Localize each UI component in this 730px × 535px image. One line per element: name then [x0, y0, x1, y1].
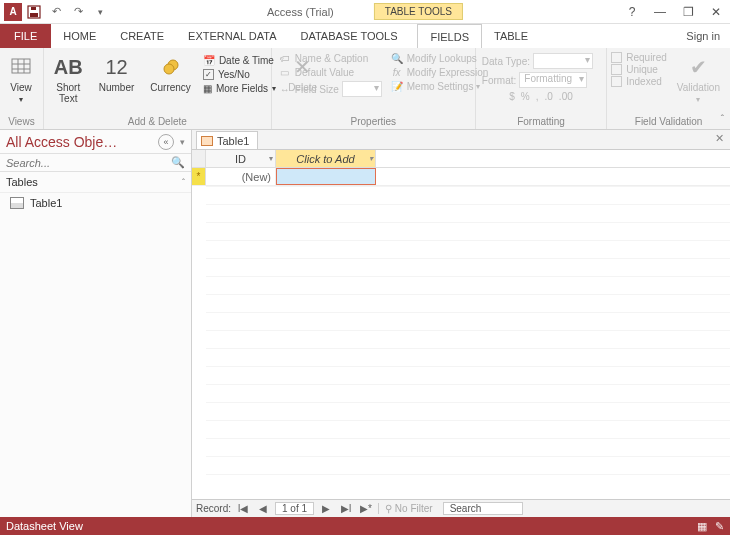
record-position[interactable]: 1 of 1	[275, 502, 314, 515]
group-field-validation-label: Field Validation	[611, 115, 726, 128]
undo-icon[interactable]: ↶	[46, 2, 66, 22]
column-dropdown-icon[interactable]: ▾	[269, 154, 273, 163]
number-format-buttons: $%,.0.00	[480, 90, 602, 103]
unique-label: Unique	[626, 64, 658, 75]
format-label: Format:	[482, 75, 516, 86]
yes-no-label: Yes/No	[218, 69, 250, 80]
short-text-button[interactable]: AB ShortText	[48, 50, 89, 106]
contextual-tab-label: TABLE TOOLS	[374, 3, 463, 20]
comma-format-icon[interactable]: ,	[536, 91, 539, 102]
decrease-decimal-icon[interactable]: .00	[559, 91, 573, 102]
data-type-label: Data Type:	[482, 56, 530, 67]
checkbox-icon: ✓	[203, 69, 214, 80]
close-document-icon[interactable]: ✕	[715, 132, 724, 145]
record-search-input[interactable]: Search	[443, 502, 523, 515]
field-size-button: ↔Field Size	[276, 80, 384, 98]
tab-external-data[interactable]: EXTERNAL DATA	[176, 24, 288, 48]
filter-indicator[interactable]: ⚲ No Filter	[378, 503, 439, 514]
tab-table[interactable]: TABLE	[482, 24, 540, 48]
calendar-icon: 📅	[203, 55, 215, 66]
cell-id-new[interactable]: (New)	[206, 168, 276, 185]
cell-new-field[interactable]	[276, 168, 376, 185]
name-caption-label: Name & Caption	[295, 53, 368, 64]
more-fields-label: More Fields	[216, 83, 268, 94]
currency-format-icon[interactable]: $	[509, 91, 515, 102]
more-fields-icon: ▦	[203, 83, 212, 94]
number-button[interactable]: 12 Number	[93, 50, 141, 95]
yes-no-button[interactable]: ✓Yes/No	[201, 68, 278, 81]
svg-rect-1	[30, 13, 38, 17]
minimize-icon[interactable]: —	[646, 1, 674, 23]
view-button[interactable]: View▾	[4, 50, 38, 107]
nav-pane-dropdown-icon[interactable]: ▾	[180, 137, 185, 147]
help-icon[interactable]: ?	[618, 1, 646, 23]
nav-pane-collapse-icon[interactable]: «	[158, 134, 174, 150]
restore-icon[interactable]: ❐	[674, 1, 702, 23]
memo-settings-label: Memo Settings	[407, 81, 474, 92]
new-row-indicator[interactable]: *	[192, 168, 206, 185]
search-icon[interactable]: 🔍	[171, 156, 185, 169]
svg-point-9	[164, 64, 174, 74]
svg-rect-3	[12, 59, 30, 73]
indexed-checkbox[interactable]: Indexed	[611, 76, 667, 87]
validation-icon: ✔	[690, 52, 707, 82]
column-header-id[interactable]: ID▾	[206, 150, 276, 167]
new-record-icon[interactable]: ▶*	[358, 503, 374, 514]
column-dropdown-icon[interactable]: ▾	[369, 154, 373, 163]
nav-search-input[interactable]	[6, 157, 171, 169]
design-view-icon[interactable]: ✎	[715, 520, 724, 533]
percent-format-icon[interactable]: %	[521, 91, 530, 102]
name-caption-button: 🏷Name & Caption	[276, 52, 384, 65]
nav-category-label: Tables	[6, 176, 38, 188]
tab-database-tools[interactable]: DATABASE TOOLS	[288, 24, 409, 48]
next-record-icon[interactable]: ▶	[318, 503, 334, 514]
group-formatting-label: Formatting	[480, 115, 602, 128]
memo-icon: 📝	[390, 81, 404, 92]
filter-label: No Filter	[395, 503, 433, 514]
currency-button[interactable]: Currency	[144, 50, 197, 95]
increase-decimal-icon[interactable]: .0	[545, 91, 553, 102]
more-fields-button[interactable]: ▦More Fields ▾	[201, 82, 278, 95]
column-header-add[interactable]: Click to Add▾	[276, 150, 376, 167]
checkbox-icon	[611, 76, 622, 87]
status-view-label: Datasheet View	[6, 520, 83, 532]
number-label: Number	[99, 82, 135, 93]
select-all-cell[interactable]	[192, 150, 206, 167]
close-icon[interactable]: ✕	[702, 1, 730, 23]
lookup-icon: 🔍	[390, 53, 404, 64]
checkbox-icon	[611, 52, 622, 63]
collapse-ribbon-icon[interactable]: ˆ	[721, 114, 724, 125]
sign-in-link[interactable]: Sign in	[676, 30, 730, 42]
save-icon[interactable]	[24, 2, 44, 22]
nav-item-table1[interactable]: Table1	[0, 193, 191, 213]
modify-lookups-label: Modify Lookups	[407, 53, 477, 64]
data-type-row: Data Type:	[480, 52, 602, 70]
group-views-label: Views	[4, 115, 39, 128]
format-select[interactable]: Formatting	[519, 72, 587, 88]
first-record-icon[interactable]: I◀	[235, 503, 251, 514]
validation-button: ✔ Validation▾	[671, 50, 726, 107]
tab-file[interactable]: FILE	[0, 24, 51, 48]
tab-home[interactable]: HOME	[51, 24, 108, 48]
validation-label: Validation	[677, 82, 720, 93]
document-tab-table1[interactable]: Table1	[196, 131, 258, 149]
unique-checkbox[interactable]: Unique	[611, 64, 667, 75]
checkbox-icon	[611, 64, 622, 75]
last-record-icon[interactable]: ▶I	[338, 503, 354, 514]
nav-pane-title[interactable]: All Access Obje…	[6, 134, 158, 150]
access-app-icon: A	[4, 3, 22, 21]
view-label: View	[10, 82, 32, 93]
data-type-select[interactable]	[533, 53, 593, 69]
datasheet-view-icon[interactable]: ▦	[697, 520, 707, 533]
prev-record-icon[interactable]: ◀	[255, 503, 271, 514]
collapse-category-icon[interactable]: ˆ	[182, 177, 185, 187]
nav-category-tables[interactable]: Tables ˆ	[0, 172, 191, 193]
redo-icon[interactable]: ↷	[68, 2, 88, 22]
date-time-label: Date & Time	[219, 55, 274, 66]
indexed-label: Indexed	[626, 76, 662, 87]
qat-customize-icon[interactable]: ▾	[90, 2, 110, 22]
tab-fields[interactable]: FIELDS	[417, 24, 482, 48]
tab-create[interactable]: CREATE	[108, 24, 176, 48]
date-time-button[interactable]: 📅Date & Time	[201, 54, 278, 67]
required-checkbox[interactable]: Required	[611, 52, 667, 63]
